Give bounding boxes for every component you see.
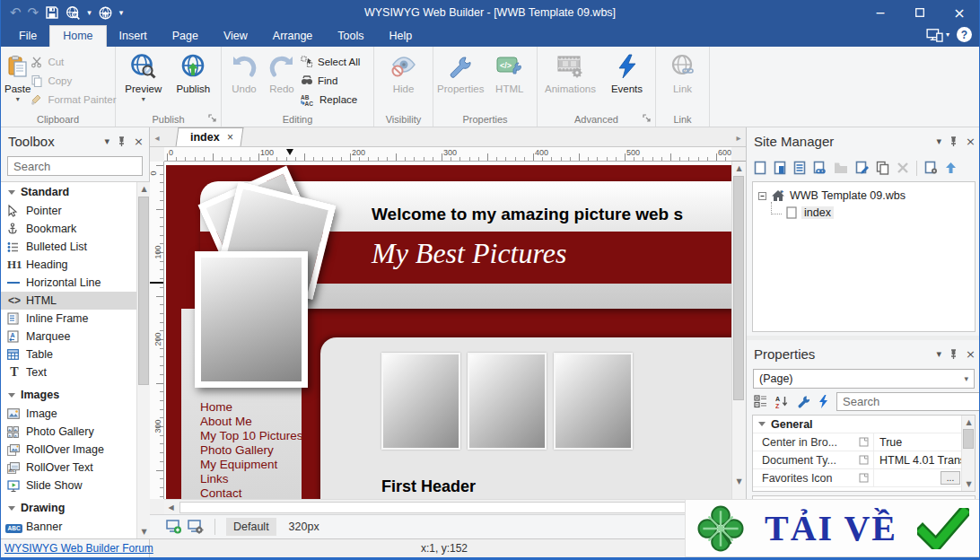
- toolbox-pin-icon[interactable]: [118, 136, 126, 147]
- section-header-text[interactable]: First Header: [381, 477, 476, 496]
- nav-link-top10[interactable]: My Top 10 Pictures: [200, 429, 303, 443]
- canvas-vertical-scrollbar[interactable]: ▲ ▼: [731, 162, 746, 499]
- toolbox-item-rollover-text[interactable]: abcRollOver Text: [1, 459, 136, 477]
- tab-tools[interactable]: Tools: [325, 26, 376, 47]
- page-canvas[interactable]: Welcome to my amazing picture web s My B…: [164, 162, 731, 499]
- replace-button[interactable]: ABAC Replace: [301, 92, 360, 108]
- toolbox-item-banner[interactable]: ABCBanner: [1, 518, 136, 536]
- minimize-button[interactable]: −: [861, 0, 900, 25]
- toolbox-item-rollover-image[interactable]: RollOver Image: [1, 441, 136, 459]
- browse-button[interactable]: ...: [941, 471, 960, 485]
- document-tab-index[interactable]: index ×: [176, 127, 244, 146]
- toolbox-item-text[interactable]: TText: [1, 363, 136, 381]
- site-manager-menu-caret-icon[interactable]: ▾: [937, 136, 942, 147]
- canvas-hscroll-thumb[interactable]: [179, 502, 730, 513]
- nav-link-about[interactable]: About Me: [200, 415, 303, 429]
- redo-button[interactable]: Redo: [263, 49, 301, 95]
- site-tree-page-index[interactable]: index: [753, 204, 975, 221]
- toolbox-item-inline-frame[interactable]: Inline Frame: [1, 310, 136, 328]
- site-tree-root[interactable]: WWB Template 09.wbs: [753, 182, 975, 204]
- move-up-icon[interactable]: [945, 162, 957, 174]
- select-all-button[interactable]: Select All: [301, 54, 360, 70]
- tab-file[interactable]: File: [6, 26, 49, 47]
- toolbox-item-image[interactable]: Image: [1, 405, 136, 423]
- toolbox-item-html[interactable]: <>HTML: [1, 292, 136, 310]
- properties-button[interactable]: Properties: [437, 49, 485, 95]
- link-page-icon[interactable]: [813, 161, 827, 175]
- design-content-panel[interactable]: [320, 337, 731, 499]
- properties-menu-caret-icon[interactable]: ▾: [937, 348, 942, 360]
- toolbox-item-heading[interactable]: H1Heading: [1, 256, 136, 274]
- toolbox-close-icon[interactable]: ×: [134, 135, 144, 148]
- toolbox-item-photo-gallery[interactable]: Photo Gallery: [1, 423, 136, 441]
- toolbox-section-drawing[interactable]: Drawing: [1, 498, 136, 518]
- scroll-up-icon[interactable]: ▲: [732, 162, 746, 175]
- toolbox-item-pointer[interactable]: Pointer: [1, 202, 136, 220]
- hide-button[interactable]: Hide: [380, 49, 428, 95]
- folder-icon[interactable]: [834, 162, 848, 174]
- toolbox-item-table[interactable]: Table: [1, 346, 136, 363]
- tab-scroll-right-icon[interactable]: ▸: [731, 128, 746, 146]
- responsive-devices-icon[interactable]: ▾: [926, 28, 949, 42]
- site-title-text[interactable]: My Best Pictures: [372, 237, 566, 270]
- toolbox-item-bookmark[interactable]: Bookmark: [1, 220, 136, 238]
- toolbox-scrollbar-thumb[interactable]: [138, 197, 149, 385]
- rename-page-icon[interactable]: [855, 161, 869, 175]
- new-page-icon[interactable]: [754, 161, 766, 175]
- scroll-down-icon[interactable]: ▼: [137, 525, 150, 538]
- page-design[interactable]: Welcome to my amazing picture web s My B…: [166, 165, 731, 499]
- scroll-down-icon[interactable]: ▼: [962, 477, 976, 491]
- photo-placeholder[interactable]: [554, 353, 633, 450]
- close-button[interactable]: ×: [940, 0, 979, 25]
- photo-placeholder[interactable]: [468, 353, 547, 450]
- property-row-center-in-browser[interactable]: Center in Bro... True: [753, 433, 975, 451]
- add-breakpoint-icon[interactable]: [166, 520, 182, 534]
- undo-button[interactable]: Undo: [225, 49, 263, 95]
- tab-insert[interactable]: Insert: [107, 26, 160, 47]
- properties-section-general[interactable]: General: [753, 416, 975, 433]
- page-list-icon[interactable]: [793, 161, 806, 175]
- breakpoint-settings-icon[interactable]: [188, 520, 204, 534]
- publish-button[interactable]: Publish: [170, 49, 218, 95]
- properties-pin-icon[interactable]: [949, 349, 958, 360]
- canvas-vscroll-thumb[interactable]: [733, 176, 744, 400]
- nav-link-links[interactable]: Links: [200, 472, 303, 486]
- properties-wrench-icon[interactable]: [797, 395, 810, 408]
- scroll-left-icon[interactable]: ◀: [164, 501, 178, 514]
- toolbox-section-standard[interactable]: Standard: [1, 182, 136, 202]
- tab-scroll-left-icon[interactable]: ◂: [150, 128, 164, 146]
- tab-page[interactable]: Page: [160, 26, 211, 47]
- forum-link[interactable]: WYSIWYG Web Builder Forum: [4, 542, 153, 555]
- page-properties-icon[interactable]: [924, 161, 938, 175]
- toolbox-menu-caret-icon[interactable]: ▾: [105, 136, 110, 147]
- help-icon[interactable]: ?: [957, 27, 972, 42]
- properties-search-input[interactable]: [837, 395, 980, 408]
- maximize-button[interactable]: [900, 0, 940, 25]
- publish-dialog-launcher-icon[interactable]: [208, 114, 217, 123]
- nav-link-contact[interactable]: Contact: [200, 486, 303, 499]
- html-button[interactable]: </> HTML: [486, 49, 534, 95]
- tab-help[interactable]: Help: [377, 26, 425, 47]
- copy-button[interactable]: Copy: [31, 73, 116, 89]
- toolbox-item-marquee[interactable]: AMarquee: [1, 328, 136, 346]
- copy-page-icon[interactable]: [876, 161, 889, 175]
- preview-button[interactable]: Preview▾: [119, 49, 168, 104]
- new-responsive-page-icon[interactable]: [774, 161, 786, 175]
- tab-view[interactable]: View: [211, 26, 260, 47]
- properties-target-selector[interactable]: (Page) ▾: [753, 369, 975, 389]
- properties-close-icon[interactable]: ×: [966, 347, 976, 361]
- site-manager-close-icon[interactable]: ×: [966, 135, 976, 148]
- events-button[interactable]: Events: [603, 49, 652, 95]
- tab-close-icon[interactable]: ×: [227, 131, 233, 144]
- front-photo-frame[interactable]: [195, 251, 308, 388]
- advanced-dialog-launcher-icon[interactable]: [643, 114, 652, 123]
- tab-arrange[interactable]: Arrange: [260, 26, 325, 47]
- tab-home[interactable]: Home: [49, 25, 106, 47]
- photo-placeholder[interactable]: [381, 353, 460, 450]
- site-manager-pin-icon[interactable]: [949, 136, 958, 147]
- breakpoint-320px[interactable]: 320px: [282, 518, 327, 536]
- properties-scrollbar[interactable]: ▲ ▼: [961, 416, 975, 491]
- canvas-horizontal-scrollbar[interactable]: ◀: [164, 499, 731, 514]
- nav-link-home[interactable]: Home: [200, 400, 303, 415]
- animations-button[interactable]: Animations: [542, 49, 599, 95]
